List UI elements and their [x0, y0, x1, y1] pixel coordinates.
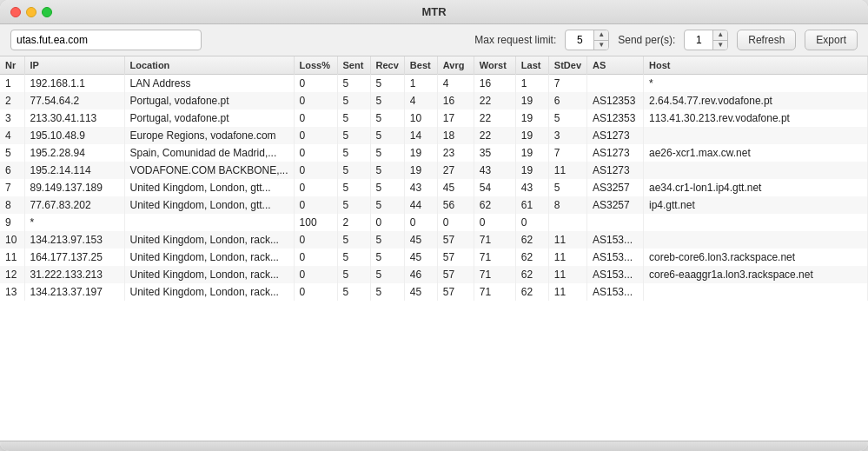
bottom-bar — [0, 441, 868, 451]
send-per-up[interactable]: ▲ — [713, 30, 727, 41]
table-row[interactable]: 1192.168.1.1LAN Address055141617* — [0, 75, 868, 93]
table-row[interactable]: 877.67.83.202United Kingdom, London, gtt… — [0, 196, 868, 214]
col-header-host: Host — [644, 56, 868, 75]
table-row[interactable]: 5195.2.28.94Spain, Comunidad de Madrid,.… — [0, 144, 868, 162]
cell-location: United Kingdom, London, rack... — [124, 283, 294, 301]
cell-best: 10 — [404, 109, 437, 127]
cell-location: Spain, Comunidad de Madrid,... — [124, 144, 294, 162]
cell-loss: 0 — [294, 179, 337, 196]
table-row[interactable]: 1231.222.133.213United Kingdom, London, … — [0, 266, 868, 283]
table-row[interactable]: 789.149.137.189United Kingdom, London, g… — [0, 179, 868, 196]
table-row[interactable]: 4195.10.48.9Europe Regions, vodafone.com… — [0, 127, 868, 144]
cell-avrg: 16 — [437, 92, 474, 109]
col-header-ip: IP — [24, 56, 124, 75]
cell-host — [644, 162, 868, 179]
cell-best: 19 — [404, 144, 437, 162]
col-header-as: AS — [587, 56, 644, 75]
refresh-button[interactable]: Refresh — [737, 30, 796, 50]
cell-last: 19 — [515, 109, 548, 127]
cell-stdev: 11 — [548, 266, 586, 283]
cell-as: AS1273 — [587, 144, 644, 162]
cell-worst: 22 — [474, 127, 515, 144]
col-header-avrg: Avrg — [437, 56, 474, 75]
toolbar: Max request limit: ▲ ▼ Send per(s): ▲ ▼ … — [0, 24, 868, 56]
cell-last: 19 — [515, 127, 548, 144]
cell-avrg: 57 — [437, 249, 474, 266]
cell-avrg: 57 — [437, 266, 474, 283]
table-row[interactable]: 3213.30.41.113Portugal, vodafone.pt05510… — [0, 109, 868, 127]
table-row[interactable]: 6195.2.14.114VODAFONE.COM BACKBONE,...05… — [0, 162, 868, 179]
send-per-stepper[interactable]: ▲ ▼ — [684, 30, 728, 50]
cell-nr: 5 — [0, 144, 24, 162]
maximize-button[interactable] — [42, 7, 52, 17]
cell-last: 43 — [515, 179, 548, 196]
table-row[interactable]: 13134.213.37.197United Kingdom, London, … — [0, 283, 868, 301]
max-request-up[interactable]: ▲ — [594, 30, 608, 41]
cell-nr: 8 — [0, 196, 24, 214]
cell-stdev: 3 — [548, 127, 586, 144]
cell-host: 113.41.30.213.rev.vodafone.pt — [644, 109, 868, 127]
cell-best: 1 — [404, 75, 437, 93]
cell-sent: 5 — [337, 109, 370, 127]
cell-last: 19 — [515, 144, 548, 162]
cell-loss: 0 — [294, 283, 337, 301]
cell-recv: 5 — [370, 92, 404, 109]
cell-as: AS1273 — [587, 127, 644, 144]
cell-stdev: 11 — [548, 231, 586, 249]
table-header-row: Nr IP Location Loss% Sent Recv Best Avrg… — [0, 56, 868, 75]
cell-avrg: 0 — [437, 214, 474, 231]
cell-host: coreb-core6.lon3.rackspace.net — [644, 249, 868, 266]
cell-loss: 0 — [294, 75, 337, 93]
cell-sent: 5 — [337, 283, 370, 301]
cell-ip: 89.149.137.189 — [24, 179, 124, 196]
cell-as: AS153... — [587, 249, 644, 266]
cell-sent: 5 — [337, 75, 370, 93]
cell-recv: 5 — [370, 75, 404, 93]
table-row[interactable]: 277.54.64.2Portugal, vodafone.pt05541622… — [0, 92, 868, 109]
export-button[interactable]: Export — [805, 30, 858, 50]
max-request-value[interactable] — [566, 34, 593, 46]
cell-best: 14 — [404, 127, 437, 144]
cell-best: 4 — [404, 92, 437, 109]
minimize-button[interactable] — [26, 7, 36, 17]
max-request-stepper[interactable]: ▲ ▼ — [565, 30, 609, 50]
cell-location: United Kingdom, London, rack... — [124, 231, 294, 249]
cell-host: ae34.cr1-lon1.ip4.gtt.net — [644, 179, 868, 196]
cell-recv: 5 — [370, 283, 404, 301]
table-row[interactable]: 11164.177.137.25United Kingdom, London, … — [0, 249, 868, 266]
cell-recv: 5 — [370, 162, 404, 179]
cell-sent: 5 — [337, 92, 370, 109]
cell-stdev — [548, 214, 586, 231]
cell-location: United Kingdom, London, gtt... — [124, 196, 294, 214]
cell-location: United Kingdom, London, gtt... — [124, 179, 294, 196]
cell-worst: 0 — [474, 214, 515, 231]
cell-best: 45 — [404, 249, 437, 266]
max-request-down[interactable]: ▼ — [594, 41, 608, 51]
cell-recv: 5 — [370, 127, 404, 144]
cell-recv: 5 — [370, 109, 404, 127]
table-row[interactable]: 10134.213.97.153United Kingdom, London, … — [0, 231, 868, 249]
table-row[interactable]: 9*100200000 — [0, 214, 868, 231]
cell-stdev: 11 — [548, 249, 586, 266]
send-per-down[interactable]: ▼ — [713, 41, 727, 51]
cell-worst: 71 — [474, 283, 515, 301]
cell-ip: * — [24, 214, 124, 231]
cell-best: 19 — [404, 162, 437, 179]
cell-location: Europe Regions, vodafone.com — [124, 127, 294, 144]
cell-loss: 0 — [294, 109, 337, 127]
cell-as — [587, 75, 644, 93]
send-per-value[interactable] — [685, 34, 712, 46]
close-button[interactable] — [10, 7, 21, 17]
cell-worst: 54 — [474, 179, 515, 196]
col-header-location: Location — [124, 56, 294, 75]
cell-as — [587, 214, 644, 231]
cell-location — [124, 214, 294, 231]
cell-stdev: 5 — [548, 179, 586, 196]
cell-location: United Kingdom, London, rack... — [124, 249, 294, 266]
traffic-lights — [10, 7, 52, 17]
window-title: MTR — [421, 5, 446, 18]
cell-last: 62 — [515, 231, 548, 249]
cell-recv: 5 — [370, 179, 404, 196]
cell-location: Portugal, vodafone.pt — [124, 92, 294, 109]
host-input[interactable] — [10, 30, 202, 50]
